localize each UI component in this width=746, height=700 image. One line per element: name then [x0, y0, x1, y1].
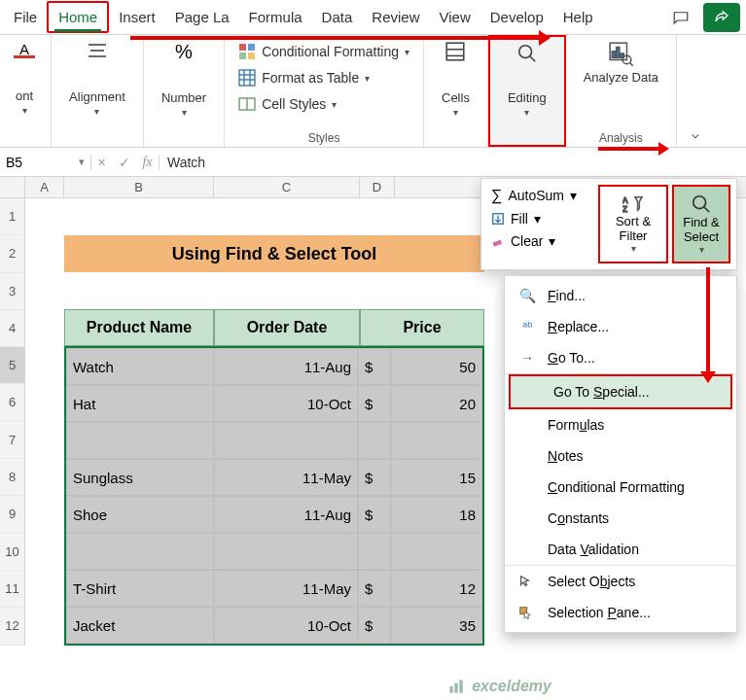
editing-dropdown[interactable]: Editing ▾ [500, 87, 554, 122]
cond-fmt-icon [238, 43, 256, 60]
font-dropdown[interactable]: ont ▾ [8, 85, 41, 120]
cell-cur[interactable]: $ [358, 385, 391, 422]
format-as-table-button[interactable]: Format as Table▾ [234, 67, 373, 88]
name-box[interactable]: B5 ▾ [0, 155, 91, 170]
find-select-button[interactable]: Find & Select▾ [672, 185, 730, 263]
row-header[interactable]: 10 [0, 534, 24, 571]
ribbon-collapse-button[interactable]: ⌵ [677, 35, 714, 147]
row-header[interactable]: 9 [0, 496, 24, 533]
cell-product[interactable]: Jacket [66, 607, 214, 644]
cell-product[interactable]: Shoe [66, 496, 214, 533]
menu-goto[interactable]: → Go To... [505, 342, 736, 374]
col-header-a[interactable]: A [25, 177, 64, 197]
cell-date[interactable] [214, 422, 358, 459]
cell-cur[interactable]: $ [358, 459, 391, 496]
cell-date[interactable]: 11-May [214, 570, 358, 607]
menu-goto-special[interactable]: Go To Special... [509, 374, 732, 409]
cell-product[interactable]: Watch [66, 348, 214, 385]
select-all-corner[interactable] [0, 177, 25, 197]
menu-find[interactable]: 🔍 Find... [505, 280, 736, 311]
editing-group[interactable]: Editing ▾ [488, 35, 566, 147]
cell-date[interactable]: 11-May [214, 459, 358, 496]
cell-price[interactable]: 35 [391, 607, 482, 644]
share-button[interactable] [703, 3, 740, 32]
cell-price[interactable] [391, 533, 482, 570]
alignment-dropdown[interactable]: Alignment ▾ [61, 86, 133, 121]
row-header[interactable]: 7 [0, 422, 24, 459]
svg-rect-33 [449, 686, 452, 693]
cell-cur[interactable]: $ [358, 570, 391, 607]
menu-notes[interactable]: Notes [505, 440, 736, 472]
row-header[interactable]: 11 [0, 571, 24, 608]
tab-insert[interactable]: Insert [109, 3, 165, 31]
cell-price[interactable]: 15 [391, 459, 482, 496]
cell-price[interactable]: 20 [391, 385, 482, 422]
svg-rect-35 [459, 680, 462, 692]
row-header[interactable]: 3 [0, 273, 24, 310]
menu-selection-pane[interactable]: Selection Pane... [505, 597, 736, 628]
tab-file[interactable]: File [4, 3, 47, 31]
cell-price[interactable]: 18 [391, 496, 482, 533]
tab-review[interactable]: Review [362, 3, 429, 31]
menu-replace[interactable]: ᵃᵇ Replace... [505, 311, 736, 342]
cell-cur[interactable]: $ [358, 348, 391, 385]
row-header[interactable]: 6 [0, 384, 24, 421]
menu-formulas[interactable]: Formulas [505, 409, 736, 440]
cell-product[interactable] [66, 533, 214, 570]
cell-cur[interactable] [358, 533, 391, 570]
cells-dropdown[interactable]: Cells ▾ [434, 87, 478, 122]
fill-button[interactable]: Fill▾ [487, 209, 594, 228]
number-dropdown[interactable]: Number ▾ [154, 87, 214, 122]
col-header-b[interactable]: B [64, 177, 214, 197]
autosum-button[interactable]: ∑ AutoSum▾ [487, 185, 594, 206]
tab-view[interactable]: View [429, 3, 480, 31]
cell-product[interactable]: Sunglass [66, 459, 214, 496]
menu-constants[interactable]: Constants [505, 503, 736, 534]
formula-bar-row: B5 ▾ × ✓ fx Watch [0, 148, 746, 177]
col-header-c[interactable]: C [214, 177, 360, 197]
cell-date[interactable]: 11-Aug [214, 348, 358, 385]
menu-select-objects[interactable]: Select Objects [505, 566, 736, 597]
cell-price[interactable] [391, 422, 482, 459]
fx-icon[interactable]: fx [142, 155, 152, 170]
analyze-data-button[interactable]: Analyze Data [576, 66, 666, 88]
cell-cur[interactable] [358, 422, 391, 459]
clear-button[interactable]: Clear▾ [487, 231, 594, 251]
cell-product[interactable]: Hat [66, 385, 214, 422]
cell-cur[interactable]: $ [358, 496, 391, 533]
cell-date[interactable]: 11-Aug [214, 496, 358, 533]
cell-styles-button[interactable]: Cell Styles▾ [234, 93, 340, 115]
menu-cond-fmt[interactable]: Conditional Formatting [505, 472, 736, 503]
tab-developer[interactable]: Develop [480, 3, 553, 31]
font-color-icon[interactable]: A [14, 41, 35, 58]
menu-data-validation[interactable]: Data Validation [505, 534, 736, 566]
cell-date[interactable] [214, 533, 358, 570]
col-header-d[interactable]: D [360, 177, 395, 197]
editing-label: Editing [508, 90, 547, 105]
cell-product[interactable] [66, 422, 214, 459]
row-header[interactable]: 2 [0, 235, 24, 272]
cancel-icon[interactable]: × [97, 155, 105, 170]
enter-icon[interactable]: ✓ [119, 155, 130, 170]
sort-filter-button[interactable]: AZ Sort & Filter▾ [604, 191, 662, 258]
row-header[interactable]: 8 [0, 459, 24, 496]
formula-bar-input[interactable]: Watch [160, 155, 213, 170]
cell-product[interactable]: T-Shirt [66, 570, 214, 607]
row-header[interactable]: 1 [0, 198, 24, 235]
row-header[interactable]: 4 [0, 310, 24, 347]
tab-formulas[interactable]: Formula [239, 3, 312, 31]
cell-date[interactable]: 10-Oct [214, 607, 358, 644]
cell-cur[interactable]: $ [358, 607, 391, 644]
tab-help[interactable]: Help [553, 3, 603, 31]
tab-data[interactable]: Data [312, 3, 363, 31]
comments-icon[interactable] [662, 3, 699, 32]
tab-home[interactable]: Home [47, 1, 109, 33]
cell-date[interactable]: 10-Oct [214, 385, 358, 422]
cell-price[interactable]: 50 [391, 348, 482, 385]
conditional-formatting-button[interactable]: Conditional Formatting▾ [234, 41, 413, 62]
analysis-group-label: Analysis [599, 131, 643, 145]
tab-page-layout[interactable]: Page La [165, 3, 239, 31]
row-header[interactable]: 12 [0, 608, 24, 645]
row-header[interactable]: 5 [0, 347, 24, 384]
cell-price[interactable]: 12 [391, 570, 482, 607]
